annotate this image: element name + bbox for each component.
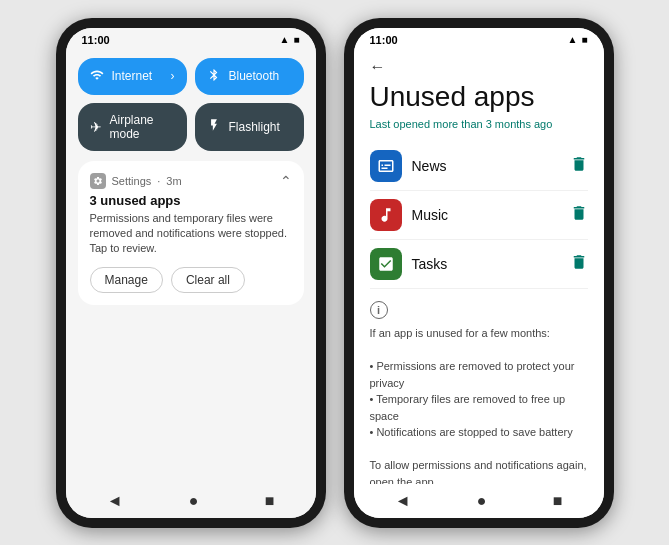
info-icon-row: i — [370, 301, 588, 319]
back-nav-1[interactable]: ◄ — [107, 492, 123, 510]
notif-actions: Manage Clear all — [90, 267, 292, 293]
signal-icon-2: ▲ — [568, 34, 578, 45]
phone-1: 11:00 ▲ ■ Internet › — [56, 18, 326, 528]
info-bullet-3: • Notifications are stopped to save batt… — [370, 426, 573, 438]
back-arrow[interactable]: ← — [370, 58, 588, 76]
status-bar-2: 11:00 ▲ ■ — [354, 28, 604, 50]
tile-internet-arrow: › — [171, 69, 175, 83]
tile-flashlight[interactable]: Flashlight — [195, 103, 304, 151]
notif-header: Settings · 3m ⌃ — [90, 173, 292, 189]
info-bullet-1: • Permissions are removed to protect you… — [370, 360, 575, 389]
tile-bluetooth[interactable]: Bluetooth — [195, 58, 304, 95]
app-item-tasks[interactable]: Tasks — [370, 240, 588, 289]
quick-tiles: Internet › Bluetooth ✈ Airplane mode — [78, 58, 304, 151]
notif-title: 3 unused apps — [90, 193, 292, 208]
tasks-app-name: Tasks — [412, 256, 560, 272]
news-app-icon — [370, 150, 402, 182]
notif-body: Permissions and temporary files were rem… — [90, 211, 292, 257]
recents-nav-1[interactable]: ■ — [265, 492, 275, 510]
music-app-name: Music — [412, 207, 560, 223]
status-icons-1: ▲ ■ — [280, 34, 300, 45]
nav-bar-1: ◄ ● ■ — [66, 484, 316, 518]
recents-nav-2[interactable]: ■ — [553, 492, 563, 510]
signal-icon: ▲ — [280, 34, 290, 45]
news-delete-icon[interactable] — [570, 155, 588, 177]
music-delete-icon[interactable] — [570, 204, 588, 226]
phone-2: 11:00 ▲ ■ ← Unused apps Last opened more… — [344, 18, 614, 528]
info-section: i If an app is unused for a few months: … — [370, 301, 588, 483]
screen-2: 11:00 ▲ ■ ← Unused apps Last opened more… — [354, 28, 604, 518]
notif-app-name: Settings — [112, 175, 152, 187]
info-line-end: To allow permissions and notifications a… — [370, 459, 587, 483]
notification-card[interactable]: Settings · 3m ⌃ 3 unused apps Permission… — [78, 161, 304, 305]
screen2-content: ← Unused apps Last opened more than 3 mo… — [354, 50, 604, 484]
status-icons-2: ▲ ■ — [568, 34, 588, 45]
screen-1: 11:00 ▲ ■ Internet › — [66, 28, 316, 518]
subtitle: Last opened more than 3 months ago — [370, 118, 588, 130]
info-bullet-2: • Temporary files are removed to free up… — [370, 393, 566, 422]
music-app-icon — [370, 199, 402, 231]
airplane-icon: ✈ — [90, 119, 102, 135]
shade-content: Internet › Bluetooth ✈ Airplane mode — [66, 50, 316, 484]
wifi-signal-icon: ■ — [293, 34, 299, 45]
tile-flashlight-label: Flashlight — [229, 120, 280, 134]
home-nav-2[interactable]: ● — [477, 492, 487, 510]
notif-app-info: Settings · 3m — [90, 173, 182, 189]
tasks-delete-icon[interactable] — [570, 253, 588, 275]
page-title: Unused apps — [370, 82, 588, 113]
flashlight-icon — [207, 118, 221, 135]
tasks-app-icon — [370, 248, 402, 280]
notif-time: · — [157, 175, 160, 187]
notif-app-icon — [90, 173, 106, 189]
tile-airplane[interactable]: ✈ Airplane mode — [78, 103, 187, 151]
tile-airplane-label: Airplane mode — [110, 113, 175, 141]
tile-internet[interactable]: Internet › — [78, 58, 187, 95]
clear-all-button[interactable]: Clear all — [171, 267, 245, 293]
time-2: 11:00 — [370, 34, 398, 46]
tile-internet-label: Internet — [112, 69, 153, 83]
news-app-name: News — [412, 158, 560, 174]
info-circle-icon: i — [370, 301, 388, 319]
info-line-1: If an app is unused for a few months: — [370, 327, 550, 339]
time-1: 11:00 — [82, 34, 110, 46]
app-item-news[interactable]: News — [370, 142, 588, 191]
notif-elapsed: 3m — [166, 175, 181, 187]
back-nav-2[interactable]: ◄ — [395, 492, 411, 510]
wifi-signal-icon-2: ■ — [581, 34, 587, 45]
status-bar-1: 11:00 ▲ ■ — [66, 28, 316, 50]
app-item-music[interactable]: Music — [370, 191, 588, 240]
info-text: If an app is unused for a few months: • … — [370, 325, 588, 483]
nav-bar-2: ◄ ● ■ — [354, 484, 604, 518]
home-nav-1[interactable]: ● — [189, 492, 199, 510]
bluetooth-icon — [207, 68, 221, 85]
expand-icon[interactable]: ⌃ — [280, 173, 292, 189]
manage-button[interactable]: Manage — [90, 267, 163, 293]
wifi-icon — [90, 68, 104, 85]
tile-bluetooth-label: Bluetooth — [229, 69, 280, 83]
